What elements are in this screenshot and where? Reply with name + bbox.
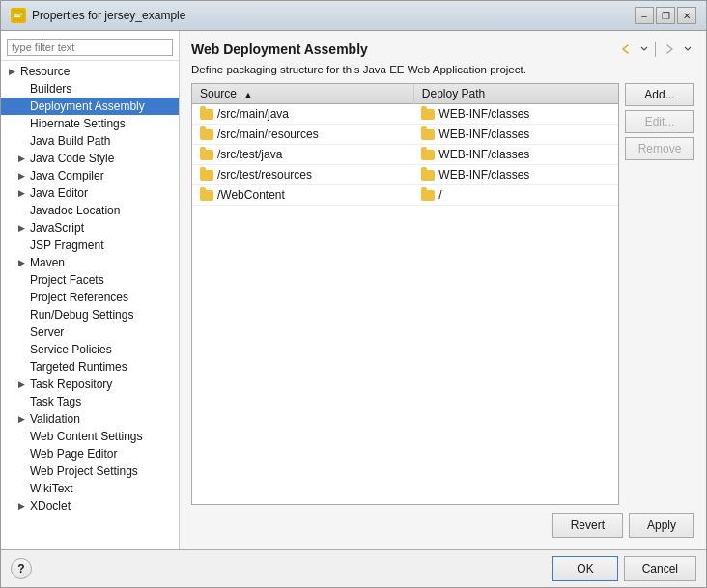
restore-button[interactable]: ❐ (656, 7, 675, 24)
sidebar-label-server: Server (30, 325, 175, 339)
sidebar-label-run-debug-settings: Run/Debug Settings (30, 308, 175, 322)
revert-button[interactable]: Revert (552, 513, 623, 538)
deploy-cell: WEB-INF/classes (413, 145, 618, 165)
sidebar-item-builders[interactable]: Builders (1, 80, 179, 98)
sidebar-item-java-build-path[interactable]: Java Build Path (1, 132, 179, 150)
sidebar-label-wikitext: WikiText (30, 482, 175, 495)
sidebar-label-hibernate-settings: Hibernate Settings (30, 117, 175, 130)
sidebar-label-validation: Validation (30, 412, 175, 426)
add-button[interactable]: Add... (625, 83, 694, 106)
sidebar-item-web-project-settings[interactable]: Web Project Settings (1, 462, 179, 480)
table-row[interactable]: /src/main/javaWEB-INF/classes (192, 104, 618, 125)
sidebar-item-java-compiler[interactable]: ▶Java Compiler (1, 167, 179, 184)
sidebar-item-targeted-runtimes[interactable]: Targeted Runtimes (1, 358, 179, 376)
source-cell: /src/test/resources (192, 165, 413, 185)
sidebar-label-builders: Builders (30, 82, 175, 96)
expand-arrow-task-repository: ▶ (18, 379, 30, 389)
expand-arrow-xdoclet: ▶ (18, 501, 30, 511)
table-section: Source ▲ Deploy Path /src/main/javaWEB-I… (191, 83, 694, 505)
edit-button[interactable]: Edit... (625, 110, 694, 133)
sidebar-label-targeted-runtimes: Targeted Runtimes (30, 360, 175, 374)
main-content: Web Deployment Assembly (180, 31, 706, 549)
sidebar-item-xdoclet[interactable]: ▶XDoclet (1, 497, 179, 515)
table-row[interactable]: /WebContent/ (192, 185, 618, 206)
col-source[interactable]: Source ▲ (192, 84, 413, 104)
sidebar-item-java-code-style[interactable]: ▶Java Code Style (1, 150, 179, 167)
table-body: /src/main/javaWEB-INF/classes/src/main/r… (192, 104, 618, 206)
apply-button[interactable]: Apply (629, 513, 694, 538)
remove-button[interactable]: Remove (625, 137, 694, 160)
nav-sep (655, 42, 656, 57)
deploy-cell: WEB-INF/classes (413, 104, 618, 125)
sidebar-item-validation[interactable]: ▶Validation (1, 410, 179, 428)
content-header: Web Deployment Assembly (191, 41, 694, 58)
sidebar-label-javascript: JavaScript (30, 221, 175, 235)
title-bar-left: Properties for jersey_example (11, 8, 185, 23)
sidebar-item-deployment-assembly[interactable]: Deployment Assembly (1, 98, 179, 115)
assembly-table: Source ▲ Deploy Path /src/main/javaWEB-I… (192, 84, 618, 206)
expand-arrow-javascript: ▶ (18, 223, 30, 233)
help-button[interactable]: ? (11, 558, 32, 579)
sidebar-label-project-facets: Project Facets (30, 273, 175, 287)
ok-button[interactable]: OK (552, 556, 617, 581)
nav-dropdown-2[interactable] (681, 43, 694, 55)
sidebar-item-task-tags[interactable]: Task Tags (1, 393, 179, 410)
sidebar-item-java-editor[interactable]: ▶Java Editor (1, 184, 179, 202)
dialog-footer-buttons: OK Cancel (552, 556, 696, 581)
sidebar-label-web-page-editor: Web Page Editor (30, 447, 175, 461)
filter-input[interactable] (7, 39, 173, 56)
sidebar-label-jsp-fragment: JSP Fragment (30, 238, 175, 252)
sidebar-item-web-content-settings[interactable]: Web Content Settings (1, 428, 179, 445)
sidebar-item-hibernate-settings[interactable]: Hibernate Settings (1, 115, 179, 132)
sidebar-items-container: ▶ResourceBuildersDeployment AssemblyHibe… (1, 63, 179, 515)
sidebar-item-javascript[interactable]: ▶JavaScript (1, 219, 179, 237)
sidebar-item-task-repository[interactable]: ▶Task Repository (1, 376, 179, 393)
nav-icons (616, 41, 694, 58)
window-controls: – ❐ ✕ (635, 7, 696, 24)
sidebar-item-server[interactable]: Server (1, 323, 179, 341)
dialog-body: ▶ResourceBuildersDeployment AssemblyHibe… (1, 31, 706, 549)
forward-button[interactable] (660, 41, 679, 58)
sidebar-label-java-compiler: Java Compiler (30, 169, 175, 182)
sidebar-item-project-facets[interactable]: Project Facets (1, 271, 179, 289)
minimize-button[interactable]: – (635, 7, 654, 24)
sidebar-item-resource[interactable]: ▶Resource (1, 63, 179, 80)
col-deploy[interactable]: Deploy Path (413, 84, 618, 104)
action-buttons: Add... Edit... Remove (625, 83, 694, 505)
deploy-cell: WEB-INF/classes (413, 125, 618, 145)
sidebar-item-javadoc-location[interactable]: Javadoc Location (1, 202, 179, 219)
table-row[interactable]: /src/test/javaWEB-INF/classes (192, 145, 618, 165)
sidebar-item-run-debug-settings[interactable]: Run/Debug Settings (1, 306, 179, 323)
sidebar-item-wikitext[interactable]: WikiText (1, 480, 179, 497)
expand-arrow-resource: ▶ (9, 67, 20, 76)
close-button[interactable]: ✕ (677, 7, 696, 24)
sidebar-item-web-page-editor[interactable]: Web Page Editor (1, 445, 179, 462)
sidebar-item-jsp-fragment[interactable]: JSP Fragment (1, 237, 179, 254)
sidebar-label-service-policies: Service Policies (30, 343, 175, 356)
expand-arrow-validation: ▶ (18, 414, 30, 424)
svg-rect-1 (14, 14, 22, 15)
sidebar-label-web-content-settings: Web Content Settings (30, 430, 175, 443)
sidebar-label-java-build-path: Java Build Path (30, 134, 175, 148)
back-button[interactable] (616, 41, 636, 58)
sidebar-label-xdoclet: XDoclet (30, 499, 175, 513)
cancel-button[interactable]: Cancel (624, 556, 696, 581)
expand-arrow-java-editor: ▶ (18, 188, 30, 198)
expand-arrow-java-code-style: ▶ (18, 154, 30, 163)
dialog-footer: ? OK Cancel (1, 549, 706, 587)
sidebar-item-service-policies[interactable]: Service Policies (1, 341, 179, 358)
main-dialog: Properties for jersey_example – ❐ ✕ ▶Res… (0, 0, 707, 588)
table-row[interactable]: /src/main/resourcesWEB-INF/classes (192, 125, 618, 145)
table-row[interactable]: /src/test/resourcesWEB-INF/classes (192, 165, 618, 185)
sidebar-label-javadoc-location: Javadoc Location (30, 204, 175, 217)
sidebar-label-task-repository: Task Repository (30, 378, 175, 391)
svg-rect-0 (14, 11, 23, 20)
deploy-cell: / (413, 185, 618, 206)
sidebar-item-maven[interactable]: ▶Maven (1, 254, 179, 271)
app-icon (11, 8, 26, 23)
sidebar-label-project-references: Project References (30, 291, 175, 304)
source-cell: /src/main/java (192, 104, 413, 125)
sidebar-item-project-references[interactable]: Project References (1, 289, 179, 306)
content-title: Web Deployment Assembly (191, 42, 368, 57)
nav-dropdown-1[interactable] (637, 43, 651, 55)
